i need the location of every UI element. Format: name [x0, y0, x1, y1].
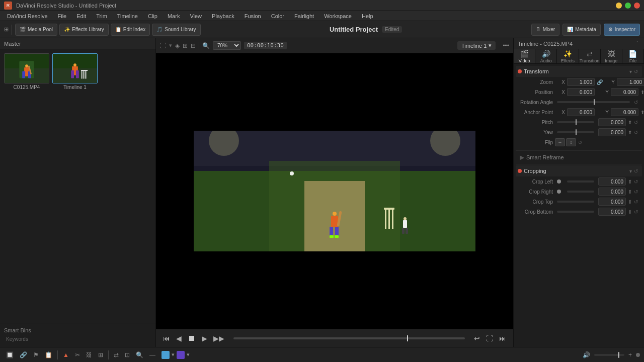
menu-color[interactable]: Color: [267, 13, 288, 20]
insert-tool[interactable]: ⊞: [96, 349, 105, 360]
media-clip-1-thumbnail[interactable]: [4, 53, 49, 83]
snap-button[interactable]: 🔲: [4, 349, 16, 360]
inspector-button[interactable]: ⚙ Inspector: [604, 24, 640, 36]
media-pool-button[interactable]: 🎬 Media Pool: [15, 24, 57, 36]
stop-button[interactable]: ⏹: [187, 333, 197, 344]
media-timeline-1[interactable]: Timeline 1: [52, 53, 98, 186]
crop-right-up-icon[interactable]: ⬆: [628, 189, 632, 195]
crop-left-slider[interactable]: [567, 180, 594, 183]
menu-file[interactable]: File: [54, 13, 71, 20]
color2-chevron-icon[interactable]: ▾: [187, 351, 190, 358]
crop-bottom-reset-icon[interactable]: ↺: [634, 209, 640, 215]
menu-view[interactable]: View: [186, 13, 206, 20]
timeline-zoom-dot[interactable]: [636, 353, 640, 357]
menu-fairlight[interactable]: Fairlight: [290, 13, 318, 20]
preview-dropdown-icon[interactable]: ▾: [169, 42, 172, 49]
minimize-button[interactable]: [616, 3, 622, 9]
pitch-reset-icon[interactable]: ↺: [634, 119, 640, 125]
play-button[interactable]: ▶: [201, 333, 208, 343]
flip-horizontal-button[interactable]: ↔: [555, 138, 565, 146]
link-tool[interactable]: ⛓: [84, 349, 94, 360]
timeline-selector[interactable]: Timeline 1 ▾: [457, 41, 496, 50]
fullscreen-button[interactable]: ⛶: [485, 333, 494, 343]
goto-start-button[interactable]: ⏮: [162, 333, 171, 343]
effects-library-button[interactable]: ✨ Effects Library: [59, 24, 109, 36]
flip-vertical-button[interactable]: ↕: [566, 138, 576, 146]
crop-tool[interactable]: ⊡: [123, 349, 132, 360]
crop-right-reset-icon[interactable]: ↺: [634, 189, 640, 195]
timeline-zoom-add-icon[interactable]: +: [626, 349, 634, 360]
volume-slider[interactable]: [594, 354, 624, 356]
menu-trim[interactable]: Trim: [92, 13, 111, 20]
transform-header[interactable]: Transform ▾ ↺: [516, 66, 642, 77]
zoom-out-button[interactable]: —: [147, 349, 157, 360]
crop-top-up-icon[interactable]: ⬆: [628, 199, 632, 205]
crop-right-slider[interactable]: [567, 191, 594, 193]
pitch-up-icon[interactable]: ⬆: [628, 120, 632, 125]
blade-tool[interactable]: ✂: [73, 349, 82, 360]
sound-library-button[interactable]: 🎵 Sound Library: [152, 24, 200, 36]
loop-button[interactable]: ↩: [473, 333, 481, 343]
video-preview[interactable]: [156, 53, 513, 329]
smart-reframe-row[interactable]: ▶ Smart Reframe: [516, 152, 642, 163]
color-blue-selector[interactable]: [162, 351, 170, 359]
prev-frame-button[interactable]: ◀: [175, 333, 183, 343]
crop-left-input[interactable]: 0.000: [598, 177, 626, 186]
crop-left-reset-icon[interactable]: ↺: [634, 178, 640, 185]
crop-top-input[interactable]: 0.000: [598, 198, 626, 206]
inspector-menu-icon[interactable]: ⋮: [634, 40, 640, 47]
transform-icon[interactable]: ◈: [175, 42, 180, 49]
cropping-header[interactable]: Cropping ▾ ↺: [516, 165, 642, 176]
maximize-button[interactable]: [625, 3, 631, 9]
preview-scrubbar[interactable]: [233, 337, 465, 339]
edit-index-button[interactable]: 📋 Edit Index: [111, 24, 150, 36]
position-y-input[interactable]: 0.000: [611, 88, 638, 96]
menu-davinci[interactable]: DaVinci Resolve: [3, 13, 52, 20]
zoom-y-input[interactable]: 1.000: [617, 78, 644, 86]
tab-image[interactable]: 🖼 Image: [601, 49, 622, 63]
menu-edit[interactable]: Edit: [72, 13, 90, 20]
crop-top-reset-icon[interactable]: ↺: [634, 199, 640, 205]
menu-clip[interactable]: Clip: [144, 13, 162, 20]
layout-icon[interactable]: ⊟: [191, 42, 196, 49]
color-purple-selector[interactable]: [177, 351, 185, 359]
position-up-icon[interactable]: ⬆: [640, 89, 644, 95]
transform-tool[interactable]: ⇄: [112, 349, 121, 360]
crop-right-input[interactable]: 0.000: [598, 188, 626, 196]
tab-file[interactable]: 📄 File: [622, 49, 644, 63]
goto-end-button[interactable]: ⏭: [498, 333, 507, 343]
rotation-reset-icon[interactable]: ↺: [634, 99, 640, 105]
flip-reset-icon[interactable]: ↺: [578, 139, 584, 145]
transform-reset-button[interactable]: ↺: [634, 68, 640, 74]
tab-video[interactable]: 🎬 Video: [514, 49, 535, 63]
cropping-reset-button[interactable]: ↺: [634, 168, 640, 174]
crop-top-slider[interactable]: [557, 201, 594, 203]
select-tool[interactable]: ▲: [61, 349, 71, 360]
media-timeline-1-thumbnail[interactable]: [52, 53, 98, 83]
tab-effects[interactable]: ✨ Effects: [557, 49, 579, 63]
zoom-icon[interactable]: 🔍: [202, 42, 210, 49]
more-options-icon[interactable]: •••: [503, 42, 509, 49]
fullscreen-icon[interactable]: ⛶: [160, 42, 166, 49]
menu-timeline[interactable]: Timeline: [113, 13, 142, 20]
zoom-select[interactable]: 70% 50% 100% Fit: [213, 41, 241, 50]
tab-audio[interactable]: 🔊 Audio: [535, 49, 557, 63]
metadata-button[interactable]: 📊 Metadata: [562, 24, 601, 36]
menu-playback[interactable]: Playback: [208, 13, 238, 20]
menu-workspace[interactable]: Workspace: [320, 13, 356, 20]
menu-fusion[interactable]: Fusion: [240, 13, 265, 20]
yaw-input[interactable]: 0.000: [598, 128, 626, 136]
menu-mark[interactable]: Mark: [164, 13, 184, 20]
yaw-up-icon[interactable]: ⬆: [628, 130, 632, 135]
mixer-button[interactable]: 🎚 Mixer: [531, 24, 559, 36]
anchor-x-input[interactable]: 0.000: [567, 108, 595, 116]
zoom-x-input[interactable]: 1.000: [567, 78, 595, 86]
crop-bottom-up-icon[interactable]: ⬆: [628, 209, 632, 215]
pitch-slider[interactable]: [557, 121, 594, 123]
grid-icon[interactable]: ⊞: [183, 42, 188, 49]
media-clip-1[interactable]: C0125.MP4: [4, 53, 49, 186]
yaw-reset-icon[interactable]: ↺: [634, 129, 640, 135]
crop-bottom-slider[interactable]: [557, 211, 594, 213]
yaw-slider[interactable]: [557, 131, 594, 133]
position-x-input[interactable]: 0.000: [567, 88, 595, 96]
